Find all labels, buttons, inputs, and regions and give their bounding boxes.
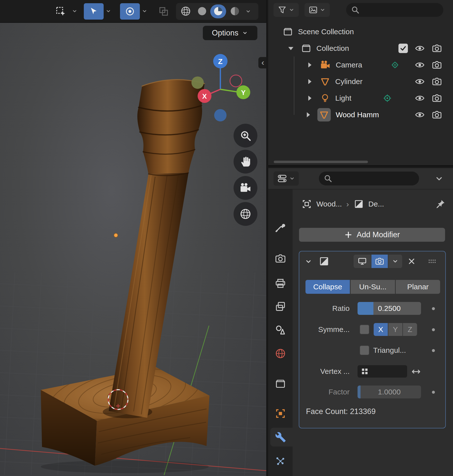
outliner-row-wood-hammer[interactable]: Wood Hamm [268, 106, 453, 123]
outliner-row-camera[interactable]: Camera [268, 57, 453, 73]
outliner-row-light[interactable]: Light [268, 90, 453, 106]
exclude-checkbox[interactable] [398, 44, 408, 53]
factor-value: 1.0000 [358, 386, 421, 398]
modifier-expand-chevron[interactable] [304, 257, 313, 266]
wireframe-shading-icon[interactable] [180, 5, 191, 17]
outliner-row-cylinder[interactable]: Cylinder [268, 73, 453, 90]
keyframe-dot[interactable] [432, 328, 435, 331]
disable-render-toggle[interactable] [432, 43, 442, 54]
vertex-group-row: Vertex ... [301, 365, 443, 378]
gizmo-y-label: Y [241, 89, 246, 96]
3d-viewport[interactable]: Z X Y [0, 0, 267, 476]
material-preview-shading-icon[interactable] [212, 5, 224, 17]
axis-z-button[interactable]: Z [403, 323, 417, 336]
tab-tool[interactable] [275, 221, 286, 233]
hide-viewport-toggle[interactable] [415, 60, 425, 70]
modifier-render-toggle[interactable] [371, 255, 388, 268]
triangulate-checkbox[interactable] [360, 345, 369, 355]
invert-vertex-group-icon[interactable] [411, 366, 421, 377]
ratio-slider[interactable]: 0.2500 [358, 302, 421, 315]
outliner-row-collection[interactable]: Collection [268, 40, 453, 57]
disclosure-open-icon[interactable] [286, 44, 296, 53]
zoom-button[interactable] [234, 124, 257, 148]
mode-unsubdivide-button[interactable]: Un-Su... [351, 280, 395, 294]
disclosure-closed-icon[interactable] [305, 93, 314, 103]
proportional-edit-button[interactable] [120, 3, 140, 20]
modifier-display-toggles [354, 255, 402, 268]
object-origin-dot[interactable] [114, 233, 118, 237]
disable-render-toggle[interactable] [432, 60, 442, 70]
hide-viewport-toggle[interactable] [415, 110, 425, 120]
hide-viewport-toggle[interactable] [415, 76, 425, 87]
disable-render-toggle[interactable] [432, 110, 442, 120]
outliner-filter-button[interactable] [273, 3, 299, 17]
chevron-down-icon[interactable] [71, 8, 78, 14]
tab-scene[interactable] [275, 324, 286, 336]
disclosure-closed-icon[interactable] [303, 110, 313, 119]
editor-type-button[interactable] [273, 171, 299, 186]
tab-view-layer[interactable] [275, 301, 286, 312]
axis-y-button[interactable]: Y [388, 323, 402, 336]
gizmo-neg-x-handle[interactable] [230, 75, 242, 87]
tab-object[interactable] [275, 408, 286, 419]
tab-render[interactable] [275, 253, 286, 264]
breadcrumb-object-name[interactable]: Wood... [316, 200, 342, 208]
tab-world[interactable] [275, 348, 286, 359]
camera-view-button[interactable] [234, 176, 257, 200]
disable-render-toggle[interactable] [432, 76, 442, 87]
eye-icon [415, 93, 425, 103]
rendered-shading-icon[interactable] [229, 5, 241, 17]
tab-collection[interactable] [275, 378, 286, 389]
outliner-row-scene-collection[interactable]: Scene Collection [268, 23, 453, 40]
tab-modifiers[interactable] [275, 431, 286, 443]
solid-shading-icon[interactable] [196, 5, 208, 17]
add-modifier-button[interactable]: Add Modifier [299, 228, 445, 242]
pan-button[interactable] [234, 150, 257, 174]
disclosure-closed-icon[interactable] [305, 77, 314, 86]
disclosure-closed-icon[interactable] [305, 60, 314, 70]
gizmo-neg-z-handle[interactable] [214, 109, 227, 121]
disable-render-toggle[interactable] [432, 93, 442, 103]
axis-x-button[interactable]: X [374, 323, 388, 336]
tab-output[interactable] [275, 278, 286, 289]
eye-icon [415, 76, 425, 87]
properties-header [268, 168, 453, 189]
chevron-down-icon[interactable] [245, 8, 251, 15]
tab-particles[interactable] [275, 456, 286, 467]
vertex-group-label: Vertex ... [301, 365, 350, 378]
properties-options-chevron[interactable] [434, 174, 444, 184]
breadcrumb-data-name[interactable]: De... [368, 200, 384, 208]
sidebar-collapse-tab[interactable]: ‹ [258, 57, 267, 68]
eye-icon [415, 110, 425, 120]
symmetry-checkbox[interactable] [360, 325, 369, 334]
modifier-drag-handle[interactable] [426, 257, 438, 266]
outliner-scrollbar-horizontal[interactable] [274, 161, 368, 163]
mode-collapse-button[interactable]: Collapse [305, 280, 350, 294]
chevron-down-icon[interactable] [105, 8, 112, 14]
keyframe-dot[interactable] [432, 349, 435, 352]
modifier-close-button[interactable] [407, 257, 416, 266]
outliner-display-mode-button[interactable] [304, 3, 330, 17]
select-tool-button[interactable] [51, 3, 70, 20]
hide-viewport-toggle[interactable] [415, 43, 425, 54]
keyframe-dot[interactable] [432, 391, 435, 394]
hide-viewport-toggle[interactable] [415, 93, 425, 103]
factor-slider[interactable]: 1.0000 [358, 386, 421, 398]
chevron-down-icon[interactable] [141, 8, 148, 14]
vertex-group-field[interactable] [358, 365, 407, 378]
pin-icon[interactable] [435, 199, 446, 209]
viewport-options-button[interactable]: Options [203, 26, 257, 40]
outliner-search-input[interactable] [346, 3, 443, 17]
gizmo-neg-y-handle[interactable] [191, 76, 204, 89]
modifier-realtime-toggle[interactable] [354, 255, 371, 268]
modifier-extras-dropdown[interactable] [388, 255, 402, 268]
perspective-toggle-button[interactable] [234, 202, 257, 226]
properties-search-input[interactable] [319, 172, 419, 185]
snap-toggle-button[interactable] [156, 3, 172, 20]
filter-icon [277, 5, 287, 15]
collection-box-icon [301, 43, 311, 54]
mode-planar-button[interactable]: Planar [396, 280, 440, 294]
keyframe-dot[interactable] [432, 307, 435, 310]
tweak-tool-button[interactable] [84, 3, 104, 20]
movie-camera-icon [239, 182, 252, 194]
